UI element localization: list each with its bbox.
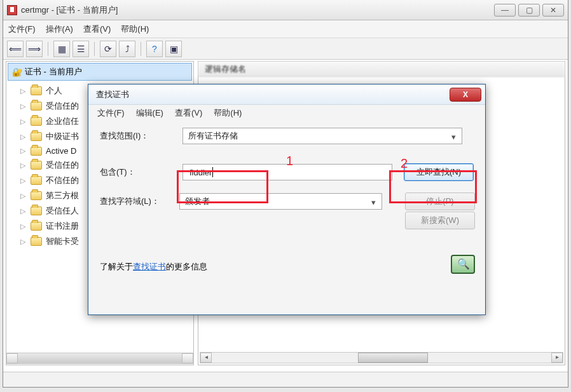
expand-icon[interactable]: ▷ [20,161,27,170]
tree-horizontal-scrollbar[interactable] [6,353,194,364]
window-title: certmgr - [证书 - 当前用户] [21,4,118,16]
forward-button[interactable]: ⟹ [26,41,43,57]
find-now-button[interactable]: 立即查找(N) [404,163,474,181]
view-icons-button[interactable]: ▦ [53,41,70,57]
title-bar: certmgr - [证书 - 当前用户] — ▢ ✕ [3,0,568,20]
help-link[interactable]: 查找证书 [133,261,166,273]
expand-icon[interactable]: ▷ [20,87,27,95]
expand-icon[interactable]: ▷ [20,192,27,200]
folder-icon [31,222,42,231]
folder-icon [31,147,42,156]
details-column-header[interactable]: 逻辑存储名 [198,62,565,77]
help-text-suffix: 的更多信息 [166,261,207,273]
stop-button: 停止(P) [405,193,475,210]
field-label: 查找字符域(L)： [100,196,179,207]
toolbar-separator [94,42,95,56]
scroll-right-button[interactable] [182,353,193,363]
dialog-close-button[interactable]: X [450,88,481,102]
tree-node-label: 不信任的 [46,175,79,186]
tree-node-label: 证书注册 [46,220,79,232]
menu-action[interactable]: 操作(A) [46,24,73,35]
certmgr-icon [7,5,17,15]
refresh-button[interactable]: ⟳ [100,41,116,57]
scroll-left-button[interactable]: ◂ [200,353,212,363]
tree-node-label: 中级证书 [46,131,79,142]
main-menu-bar: 文件(F) 操作(A) 查看(V) 帮助(H) [3,20,568,38]
folder-icon [31,117,42,126]
tree-node-label: 受信任人 [46,205,79,217]
annotation-label-2: 2 [401,156,408,171]
toolbar-separator [48,42,48,56]
dialog-menu-bar: 文件(F) 编辑(E) 查看(V) 帮助(H) [88,105,485,121]
dialog-menu-file[interactable]: 文件(F) [97,107,125,119]
annotation-label-1: 1 [286,154,293,168]
scroll-thumb[interactable] [358,353,428,363]
tile-button[interactable]: ▣ [165,41,182,57]
view-list-button[interactable]: ☰ [72,41,89,57]
contains-label: 包含(T)： [100,166,182,178]
horizontal-scrollbar[interactable]: ◂ ▸ [200,352,563,363]
toolbar-separator [141,42,141,56]
tree-root-label: 证书 - 当前用户 [25,66,82,78]
scroll-thumb[interactable] [18,353,182,363]
menu-file[interactable]: 文件(F) [8,24,36,35]
help-text-prefix: 了解关于 [100,261,133,273]
field-combo[interactable]: 颁发者 ▾ [179,193,382,210]
dialog-menu-help[interactable]: 帮助(H) [214,107,242,119]
expand-icon[interactable]: ▷ [20,177,27,185]
folder-icon [31,86,42,95]
status-bar [3,372,568,387]
scope-value: 所有证书存储 [188,130,238,142]
chevron-down-icon: ▾ [448,131,459,142]
expand-icon[interactable]: ▷ [20,102,27,111]
dialog-menu-view[interactable]: 查看(V) [175,107,202,119]
dialog-title: 查找证书 [96,89,450,100]
scope-label: 查找范围(I)： [100,130,182,142]
tree-node-label: 第三方根 [46,190,79,201]
expand-icon[interactable]: ▷ [20,118,27,126]
folder-icon [31,161,42,170]
scroll-right-button[interactable]: ▸ [551,353,563,363]
maximize-button[interactable]: ▢ [518,4,540,17]
expand-icon[interactable]: ▷ [20,207,27,215]
expand-icon[interactable]: ▷ [20,238,27,246]
cert-root-icon: 🔐 [12,67,22,77]
close-button[interactable]: ✕ [542,4,564,17]
search-globe-icon [451,255,475,274]
tree-root[interactable]: 🔐 证书 - 当前用户 [8,63,192,81]
tree-node-label: 受信任的 [46,159,79,171]
folder-icon [31,132,42,141]
folder-icon [31,191,42,200]
folder-icon [31,237,42,246]
expand-icon[interactable]: ▷ [20,133,27,141]
contains-value: fiddler [189,168,212,177]
folder-icon [31,176,42,185]
find-certificates-dialog: 查找证书 X 文件(F) 编辑(E) 查看(V) 帮助(H) 查找范围(I)： … [88,84,486,315]
field-value: 颁发者 [185,196,210,207]
tree-node-label: Active D [46,146,76,156]
expand-icon[interactable]: ▷ [20,222,27,231]
folder-icon [31,102,42,111]
scroll-track[interactable] [212,353,551,363]
minimize-button[interactable]: — [494,4,516,17]
dialog-title-bar: 查找证书 X [88,84,485,105]
menu-help[interactable]: 帮助(H) [121,24,149,35]
tree-node-label: 个人 [46,85,62,97]
tree-node-label: 受信任的 [46,100,79,112]
folder-icon [31,206,42,215]
scroll-left-button[interactable] [6,353,18,363]
toolbar: ⟸ ⟹ ▦ ☰ ⟳ ⤴ ? ▣ [3,38,568,60]
menu-view[interactable]: 查看(V) [83,24,111,35]
dialog-menu-edit[interactable]: 编辑(E) [136,107,163,119]
expand-icon[interactable]: ▷ [20,147,27,155]
help-link-row: 了解关于 查找证书 的更多信息 [100,261,475,273]
export-button[interactable]: ⤴ [119,41,135,57]
help-button[interactable]: ? [146,41,163,57]
scope-combo[interactable]: 所有证书存储 ▾ [182,128,462,144]
chevron-down-icon: ▾ [368,196,379,208]
tree-node-label: 企业信任 [46,116,79,127]
back-button[interactable]: ⟸ [7,41,24,57]
tree-node-label: 智能卡受 [46,236,79,247]
new-search-button[interactable]: 新搜索(W) [405,212,475,229]
